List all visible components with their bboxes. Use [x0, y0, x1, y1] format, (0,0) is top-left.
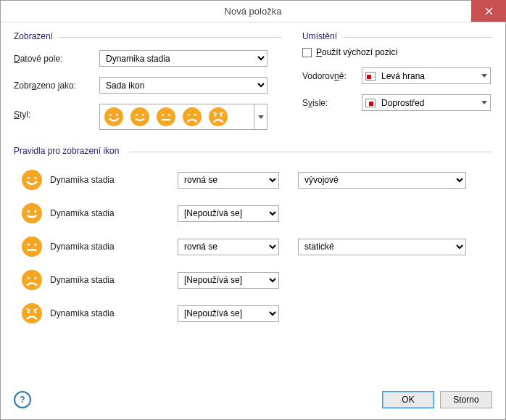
style-dropdown-button[interactable] — [254, 104, 267, 129]
chevron-down-icon — [481, 74, 487, 78]
use-default-position-checkbox[interactable] — [302, 48, 312, 57]
svg-point-19 — [22, 203, 42, 223]
rule-operator-select[interactable]: [Nepoužívá se] — [178, 305, 279, 322]
face-smile-icon — [130, 107, 149, 126]
align-middle-icon — [365, 99, 376, 107]
svg-point-23 — [28, 244, 30, 246]
placement-group: Umístění Použít výchozí pozici Vodorovně… — [302, 33, 492, 130]
horizontal-select[interactable]: Levá hrana — [362, 67, 491, 84]
svg-point-8 — [168, 114, 170, 116]
rule-row: Dynamika stadia [Nepoužívá se] — [14, 263, 492, 297]
help-icon: ? — [20, 395, 25, 405]
dialog-window: Nová položka Zobrazení Datové pole: Dyna… — [0, 0, 506, 420]
rule-field-label: Dynamika stadia — [50, 308, 178, 318]
svg-point-14 — [214, 115, 216, 117]
svg-point-2 — [116, 114, 118, 116]
rule-field-label: Dynamika stadia — [50, 175, 178, 185]
face-cry-icon — [22, 303, 42, 324]
face-neutral-icon — [22, 236, 42, 257]
help-button[interactable]: ? — [14, 391, 31, 408]
face-smile-icon — [22, 203, 42, 223]
svg-point-18 — [34, 177, 36, 179]
close-button[interactable] — [471, 0, 506, 22]
svg-point-5 — [142, 114, 144, 116]
svg-point-31 — [34, 311, 36, 313]
dialog-footer: ? OK Storno — [1, 386, 505, 419]
svg-point-0 — [104, 107, 123, 126]
rule-field-label: Dynamika stadia — [50, 208, 178, 218]
rule-value-select[interactable]: vývojové — [298, 172, 466, 189]
face-sad-icon — [183, 107, 202, 126]
ok-button[interactable]: OK — [382, 391, 434, 408]
face-happy-icon — [104, 107, 123, 126]
svg-point-11 — [188, 114, 190, 116]
svg-point-29 — [22, 303, 42, 324]
horizontal-label: Vodorovně: — [302, 71, 357, 81]
svg-point-24 — [34, 244, 36, 246]
svg-point-13 — [209, 107, 228, 126]
rule-row: Dynamika stadia rovná se vývojové — [14, 163, 492, 197]
horizontal-value: Levá hrana — [381, 71, 425, 81]
svg-point-30 — [28, 311, 30, 313]
rule-row: Dynamika stadia rovná se statické — [14, 230, 492, 263]
vertical-label: Svisle: — [302, 98, 357, 108]
window-title: Nová položka — [1, 6, 505, 17]
dialog-body: Zobrazení Datové pole: Dynamika stadia Z… — [1, 22, 505, 386]
svg-point-4 — [136, 114, 138, 116]
align-left-icon — [365, 72, 376, 81]
style-iconset-select[interactable] — [99, 104, 267, 130]
svg-point-6 — [157, 107, 175, 126]
svg-point-16 — [22, 170, 42, 190]
data-field-select[interactable]: Dynamika stadia — [99, 50, 267, 67]
face-sad-icon — [22, 270, 42, 290]
rule-operator-select[interactable]: [Nepoužívá se] — [178, 205, 279, 222]
svg-point-26 — [22, 270, 42, 290]
vertical-select[interactable]: Doprostřed — [362, 94, 491, 111]
use-default-position-label: Použít výchozí pozici — [316, 47, 397, 57]
rule-operator-select[interactable]: rovná se — [178, 239, 279, 255]
svg-point-7 — [162, 114, 164, 116]
rule-field-label: Dynamika stadia — [50, 275, 178, 285]
svg-point-22 — [22, 236, 42, 257]
svg-point-3 — [130, 107, 149, 126]
style-label: Styl: — [14, 104, 99, 120]
rules-group: Pravidla pro zobrazení ikon Dynamika sta… — [14, 147, 492, 330]
rule-operator-select[interactable]: [Nepoužívá se] — [178, 272, 279, 289]
svg-point-15 — [220, 115, 223, 117]
chevron-down-icon — [481, 101, 487, 104]
data-field-label: Datové pole: — [14, 54, 99, 64]
face-neutral-icon — [157, 107, 175, 126]
svg-point-21 — [34, 210, 36, 213]
svg-point-1 — [109, 114, 112, 116]
rules-group-label: Pravidla pro zobrazení ikon — [14, 146, 119, 156]
vertical-value: Doprostřed — [381, 98, 424, 108]
rule-operator-select[interactable]: rovná se — [178, 172, 279, 189]
svg-point-27 — [28, 277, 30, 279]
face-happy-icon — [22, 170, 42, 190]
svg-point-10 — [183, 107, 202, 126]
svg-point-28 — [34, 277, 36, 279]
rule-value-select[interactable]: statické — [298, 239, 466, 255]
cancel-button[interactable]: Storno — [440, 391, 492, 408]
svg-point-20 — [28, 210, 30, 213]
style-iconset-preview — [104, 107, 228, 126]
shown-as-label: Zobrazeno jako: — [14, 81, 99, 91]
face-cry-icon — [209, 107, 228, 126]
placement-group-label: Umístění — [302, 31, 337, 41]
display-group-label: Zobrazení — [14, 31, 53, 41]
rule-field-label: Dynamika stadia — [50, 242, 178, 252]
rule-row: Dynamika stadia [Nepoužívá se] — [14, 297, 492, 330]
display-group: Zobrazení Datové pole: Dynamika stadia Z… — [14, 33, 282, 130]
titlebar: Nová položka — [1, 1, 505, 22]
rule-row: Dynamika stadia [Nepoužívá se] — [14, 197, 492, 230]
chevron-down-icon — [258, 115, 264, 119]
svg-point-12 — [194, 114, 196, 116]
close-icon — [485, 7, 493, 15]
shown-as-select[interactable]: Sada ikon — [99, 77, 267, 94]
svg-point-17 — [28, 177, 30, 179]
